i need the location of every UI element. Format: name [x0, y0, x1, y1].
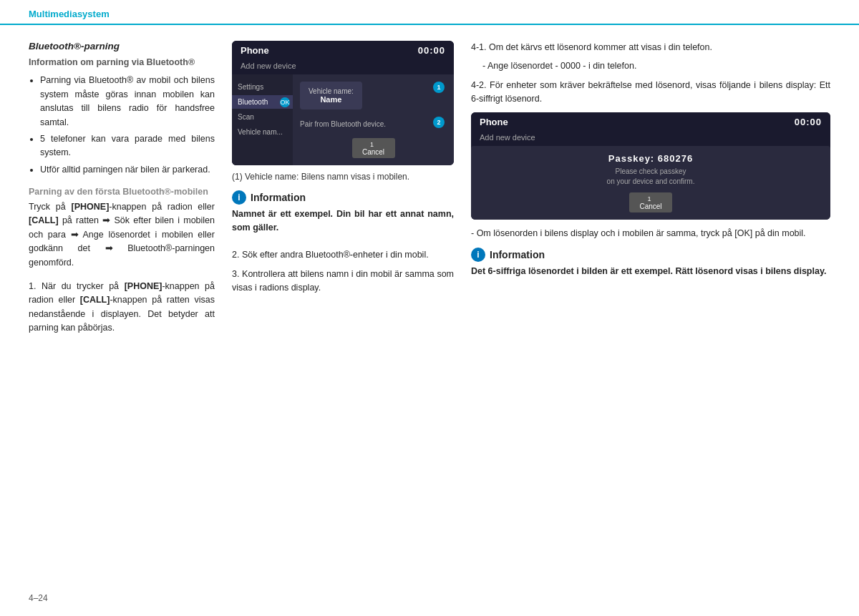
circle-num-1: 1 — [433, 82, 445, 93]
page-container: Multimediasystem Bluetooth®-parning Info… — [0, 0, 859, 616]
step-42: 4-2. För enheter som kräver bekräftelse … — [471, 79, 830, 107]
info-header-1: i Information — [232, 190, 454, 205]
page-number: 4–24 — [29, 593, 48, 603]
vehicle-box: Vehicle name: Name — [300, 82, 362, 109]
phone-subtitle-2: Add new device — [471, 132, 830, 146]
circle-num-2: 2 — [433, 117, 445, 128]
header-title: Multimediasystem — [29, 9, 830, 24]
list-item: 5 telefoner kan vara parade med bilens s… — [40, 132, 215, 160]
pair-text: Pair from Bluetooth device. — [300, 120, 386, 128]
phone-screen-1: Phone 00:00 Add new device Settings Blue… — [232, 41, 454, 165]
caption-1: (1) Vehicle name: Bilens namn visas i mo… — [232, 171, 454, 183]
info-text-1: Namnet är ett exempel. Din bil har ett a… — [232, 207, 454, 235]
step-2: 2. Sök efter andra Bluetooth®-enheter i … — [232, 248, 454, 262]
vehicle-label: Vehicle name: — [309, 87, 354, 95]
phone-label-2: Phone — [480, 117, 508, 127]
phone-label: Phone — [241, 45, 269, 56]
step-1: 1. När du trycker på [PHONE]-knappen på … — [29, 280, 215, 336]
page-header: Multimediasystem — [0, 0, 859, 25]
sidebar-label: Bluetooth — [238, 98, 268, 106]
info-title-1: Information — [251, 192, 306, 203]
intro-text: Information om parning via Bluetooth® — [29, 56, 215, 69]
passkey-label: Passkey: 680276 — [480, 153, 822, 164]
sidebar-item-scan: Scan — [232, 110, 293, 124]
info-box-2: i Information Det 6-siffriga lösenordet … — [471, 248, 830, 278]
passkey-box: Passkey: 680276 Please check passkey on … — [471, 146, 830, 220]
info-box-1: i Information Namnet är ett exempel. Din… — [232, 190, 454, 235]
cancel-btn[interactable]: 1 Cancel — [352, 138, 395, 158]
sidebar-item-bluetooth: Bluetooth OK — [232, 95, 293, 109]
badge: OK — [280, 97, 290, 107]
middle-column: Phone 00:00 Add new device Settings Blue… — [232, 41, 454, 607]
sidebar-label: Scan — [238, 113, 254, 121]
step-dash: - Om lösenorden i bilens display och i m… — [471, 227, 830, 240]
phone-body: Settings Bluetooth OK Scan Vehicle nam..… — [232, 74, 454, 165]
main-section-title: Bluetooth®-parning — [29, 41, 215, 52]
sub-section-title: Parning av den första Bluetooth®-mobilen — [29, 187, 215, 197]
passkey-sub2: on your device and confirm. — [480, 177, 822, 187]
cancel-label: Cancel — [362, 148, 384, 156]
cancel-num-2: 1 — [647, 195, 651, 202]
passkey-sub1: Please check passkey — [480, 167, 822, 177]
info-header-2: i Information — [471, 248, 830, 262]
sidebar-item-settings: Settings — [232, 80, 293, 94]
sidebar-label: Settings — [238, 83, 263, 91]
sidebar-item-vehicle: Vehicle nam... — [232, 125, 293, 139]
phone-screen-2: Phone 00:00 Add new device Passkey: 6802… — [471, 112, 830, 220]
right-column: 4-1. Om det kärvs ett lösenord kommer at… — [471, 41, 830, 607]
passkey-cancel-btn[interactable]: 1 Cancel — [629, 192, 672, 212]
bullet-list: Parning via Bluetooth® av mobil och bile… — [29, 74, 215, 177]
phone-header-2: Phone 00:00 — [471, 112, 830, 132]
sidebar-label: Vehicle nam... — [238, 128, 283, 136]
phone-time: 00:00 — [418, 45, 445, 56]
phone-main: Vehicle name: Name 1 Pair from Bluetooth… — [293, 74, 454, 165]
cancel-label-2: Cancel — [639, 202, 661, 210]
sub-text: Tryck på [PHONE]-knappen på radion eller… — [29, 200, 215, 270]
info-icon-2: i — [471, 248, 485, 262]
phone-sidebar: Settings Bluetooth OK Scan Vehicle nam..… — [232, 74, 293, 165]
phone-header: Phone 00:00 — [232, 41, 454, 60]
cancel-num: 1 — [370, 141, 374, 148]
step-41: 4-1. Om det kärvs ett lösenord kommer at… — [471, 41, 830, 54]
list-item: Utför alltid parningen när bilen är park… — [40, 163, 215, 177]
vehicle-name: Name — [309, 95, 354, 104]
step-3: 3. Kontrollera att bilens namn i din mob… — [232, 268, 454, 295]
step-41a: - Ange lösenordet - 0000 - i din telefon… — [471, 59, 830, 73]
phone-subtitle: Add new device — [232, 60, 454, 74]
phone-time-2: 00:00 — [795, 117, 822, 127]
left-column: Bluetooth®-parning Information om parnin… — [29, 41, 215, 607]
info-icon-1: i — [232, 190, 246, 205]
info-text-2: Det 6-siffriga lösenordet i bilden är et… — [471, 265, 830, 278]
content-area: Bluetooth®-parning Information om parnin… — [0, 28, 859, 614]
list-item: Parning via Bluetooth® av mobil och bile… — [40, 74, 215, 129]
info-title-2: Information — [490, 249, 545, 260]
